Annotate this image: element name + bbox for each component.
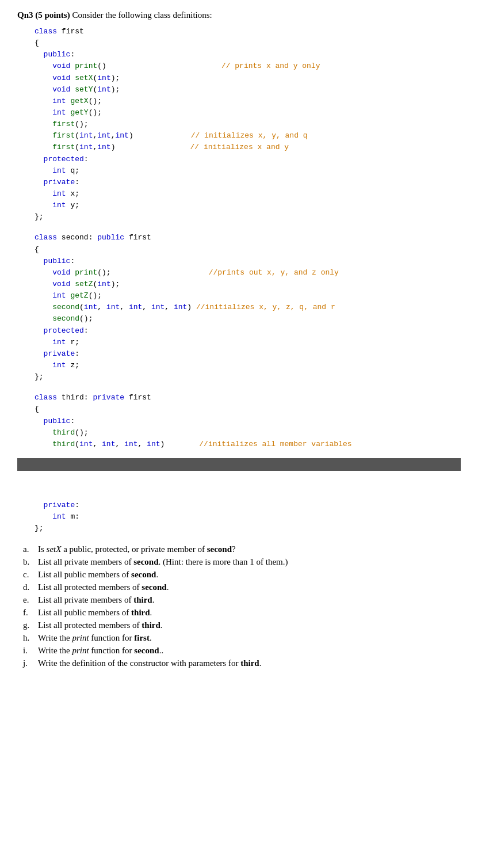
- question-f: f. List all public members of third.: [23, 608, 461, 618]
- class-third-block: class third: private first { public: thi…: [35, 392, 461, 450]
- question-text-j: Write the definition of the constructor …: [38, 658, 261, 668]
- question-c: c. List all public members of second.: [23, 570, 461, 580]
- code-line: class first: [35, 26, 461, 37]
- italic-setX: setX: [47, 545, 62, 554]
- italic-print-h: print: [72, 633, 89, 642]
- bold-third-j: third: [240, 658, 259, 668]
- code-line: private:: [35, 500, 461, 511]
- keyword-class: class: [35, 27, 57, 36]
- page: Qn3 (5 points) Consider the following cl…: [0, 0, 478, 688]
- bold-second-b: second: [133, 557, 158, 566]
- question-h: h. Write the print function for first.: [23, 633, 461, 643]
- code-line: int getZ();: [35, 290, 461, 302]
- question-text-i: Write the print function for second..: [38, 646, 163, 656]
- question-text-g: List all protected members of third.: [38, 620, 163, 630]
- code-line: public:: [35, 256, 461, 267]
- code-line: second();: [35, 313, 461, 325]
- code-line: int z;: [35, 360, 461, 371]
- question-d: d. List all protected members of second.: [23, 583, 461, 592]
- code-line: first();: [35, 119, 461, 130]
- question-text-b: List all private members of second. (Hin…: [38, 557, 288, 567]
- code-line: {: [35, 244, 461, 256]
- bold-third-e: third: [133, 595, 152, 604]
- code-line: public:: [35, 416, 461, 427]
- question-label-b: b.: [23, 557, 38, 567]
- code-line: protected:: [35, 154, 461, 165]
- bold-second-c: second: [131, 570, 156, 579]
- question-a: a. Is setX a public, protected, or priva…: [23, 545, 461, 554]
- question-text-h: Write the print function for first.: [38, 633, 152, 643]
- question-b: b. List all private members of second. (…: [23, 557, 461, 567]
- kw-public: public: [44, 50, 71, 59]
- code-line: public:: [35, 49, 461, 60]
- code-line: };: [35, 523, 461, 534]
- question-label-e: e.: [23, 595, 38, 605]
- code-line: void setY(int);: [35, 84, 461, 96]
- question-label-f: f.: [23, 608, 38, 618]
- section-divider: [17, 458, 461, 471]
- question-points: (5 points): [35, 10, 70, 20]
- kw-protected: protected: [44, 155, 84, 163]
- code-line: int m:: [35, 511, 461, 523]
- code-line: };: [35, 211, 461, 223]
- question-j: j. Write the definition of the construct…: [23, 658, 461, 668]
- code-line: };: [35, 371, 461, 383]
- classname-first: first: [62, 27, 84, 36]
- question-label-j: j.: [23, 658, 38, 668]
- class-third-lower-block: private: int m: };: [35, 500, 461, 534]
- code-line: int r;: [35, 337, 461, 348]
- bold-second-a: second: [207, 545, 232, 554]
- code-line: private:: [35, 177, 461, 188]
- code-line: class second: public first: [35, 232, 461, 243]
- bold-third-f: third: [131, 608, 150, 617]
- code-line: protected:: [35, 325, 461, 337]
- question-label-i: i.: [23, 646, 38, 656]
- class-first-block: class first { public: void print()// pri…: [35, 26, 461, 223]
- question-g: g. List all protected members of third.: [23, 620, 461, 630]
- code-line: int getX();: [35, 96, 461, 107]
- code-line: second(int, int, int, int, int) //initia…: [35, 302, 461, 313]
- code-line: void setZ(int);: [35, 279, 461, 290]
- question-i: i. Write the print function for second..: [23, 646, 461, 656]
- bold-third-g: third: [142, 620, 160, 630]
- code-line: third();: [35, 427, 461, 439]
- question-label-g: g.: [23, 620, 38, 630]
- italic-print-i: print: [72, 646, 89, 655]
- bold-first-h: first: [134, 633, 150, 642]
- code-line: int getY();: [35, 107, 461, 119]
- code-line: int x;: [35, 188, 461, 200]
- code-line: {: [35, 37, 461, 49]
- bold-second-d: second: [142, 583, 166, 592]
- question-text-e: List all private members of third.: [38, 595, 154, 605]
- code-line: first(int,int,int)// initializes x, y, a…: [35, 130, 461, 142]
- code-line: class third: private first: [35, 392, 461, 403]
- question-label-a: a.: [23, 545, 38, 554]
- questions-list: a. Is setX a public, protected, or priva…: [23, 545, 461, 668]
- code-line: int y;: [35, 200, 461, 211]
- questions-section: a. Is setX a public, protected, or priva…: [23, 545, 461, 668]
- class-second-block: class second: public first { public: voi…: [35, 232, 461, 383]
- kw-private: private: [44, 178, 75, 186]
- code-line: void print();//prints out x, y, and z on…: [35, 267, 461, 279]
- code-line: void setX(int);: [35, 73, 461, 84]
- question-label-c: c.: [23, 570, 38, 580]
- code-line: int q;: [35, 165, 461, 177]
- question-label-h: h.: [23, 633, 38, 643]
- question-text-c: List all public members of second.: [38, 570, 158, 580]
- question-header: Qn3 (5 points) Consider the following cl…: [17, 10, 461, 20]
- question-number: Qn3: [17, 10, 33, 20]
- question-text-f: List all public members of third.: [38, 608, 152, 618]
- code-line: private:: [35, 348, 461, 360]
- question-description: Consider the following class definitions…: [72, 10, 212, 20]
- question-text-a: Is setX a public, protected, or private …: [38, 545, 236, 554]
- code-line: void print()// prints x and y only: [35, 60, 461, 72]
- question-e: e. List all private members of third.: [23, 595, 461, 605]
- question-text-d: List all protected members of second.: [38, 583, 169, 592]
- bold-second-i: second: [134, 646, 159, 655]
- code-line: {: [35, 403, 461, 415]
- code-line: first(int,int)// initializes x and y: [35, 142, 461, 153]
- code-line: third(int, int, int, int)//initializes a…: [35, 439, 461, 450]
- question-label-d: d.: [23, 583, 38, 592]
